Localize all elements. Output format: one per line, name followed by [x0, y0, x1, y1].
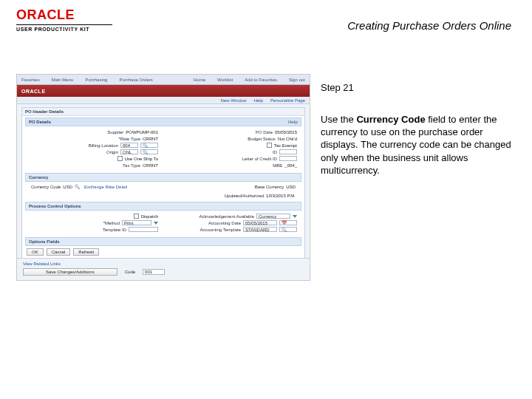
- checkbox-one-ship-to[interactable]: [117, 156, 123, 161]
- value-base-currency: USD: [286, 185, 296, 189]
- app-brand-bar: ORACLE: [17, 85, 310, 97]
- crumb[interactable]: Purchase Orders: [119, 78, 152, 82]
- nav-link[interactable]: Worklist: [217, 78, 233, 82]
- label-budget-status: Budget Status: [248, 137, 276, 141]
- label-supplier: Supplier: [107, 130, 123, 134]
- label-accounting-date: Accounting Date: [208, 221, 241, 225]
- process-control-grid: Dispatch *MethodPrint Template ID Acknow…: [22, 211, 304, 236]
- logo-rule: [16, 24, 112, 25]
- app-footer: View Related Links Save Changes/Addition…: [17, 258, 310, 280]
- label-ack-available: Acknowledgement Available: [199, 214, 254, 219]
- subnav-link[interactable]: Personalize Page: [270, 98, 305, 103]
- value-supplier: POWPUMP-001: [126, 130, 158, 134]
- link-exchange-rate[interactable]: Exchange Rate Detail: [84, 185, 127, 189]
- label-tax-exempt: Tax Exempt: [274, 143, 297, 148]
- po-header-panel: PO Header Details PO Details Help Suppli…: [21, 107, 305, 259]
- label-template-id: Template ID: [103, 228, 126, 232]
- label-mbe: MBE: [273, 163, 282, 168]
- input-loc-id[interactable]: [279, 156, 297, 161]
- label-base-currency: Base Currency: [255, 185, 284, 189]
- app-screenshot: Favorites Main Menu Purchasing Purchase …: [16, 74, 310, 281]
- label-dispatch: Dispatch: [141, 214, 158, 219]
- crumb[interactable]: Purchasing: [85, 78, 107, 82]
- breadcrumb-bar: Favorites Main Menu Purchasing Purchase …: [17, 75, 310, 85]
- label-po-date: PO Date: [256, 130, 273, 134]
- po-details-title: PO Details: [29, 120, 51, 124]
- value-mbe: _004_: [284, 163, 297, 168]
- value-tax-type: CRRNT: [143, 163, 158, 168]
- label-footer-code: Code: [125, 270, 135, 274]
- value-po-date: 05/05/2015: [275, 130, 297, 134]
- po-details-header: PO Details Help: [25, 117, 301, 126]
- nav-link[interactable]: Add to Favorites: [245, 78, 277, 82]
- input-template-id[interactable]: [129, 227, 158, 232]
- panel-title: PO Header Details: [22, 108, 304, 116]
- label-loc-id: Letter of Credit ID: [242, 157, 277, 161]
- calendar-icon[interactable]: 📅: [279, 220, 297, 225]
- value-rate-type: CRRNT: [143, 137, 158, 141]
- step-label: Step 21: [321, 81, 513, 94]
- options-fields-section: Options Fields: [25, 237, 301, 246]
- label-billing-loc: Billing Location: [89, 143, 118, 148]
- label-updated: Updated/Authorized: [225, 194, 264, 198]
- nav-link[interactable]: Sign out: [289, 78, 305, 82]
- value-updated: 1/03/2015 P.M.: [266, 194, 296, 198]
- refresh-button[interactable]: Refresh: [73, 248, 99, 256]
- lookup-icon[interactable]: 🔍: [140, 149, 158, 154]
- label-currency-code: Currency Code: [31, 185, 61, 189]
- select-ack-available[interactable]: Currency: [256, 214, 290, 219]
- input-currency-code[interactable]: USD: [63, 185, 72, 189]
- label-one-ship-to: Use One Ship To: [125, 157, 158, 161]
- select-method[interactable]: Print: [122, 220, 151, 225]
- label-tax-type: Tax Type: [123, 163, 140, 168]
- input-billing-loc[interactable]: 004: [120, 143, 138, 148]
- cancel-button[interactable]: Cancel: [47, 248, 71, 256]
- po-details-grid: SupplierPOWPUMP-001 *Rate TypeCRRNT Bill…: [22, 126, 304, 171]
- input-accounting-date[interactable]: 05/05/2015: [243, 220, 277, 225]
- instruction-column: Step 21 Use the Currency Code field to e…: [321, 81, 513, 177]
- crumb[interactable]: Favorites: [21, 78, 40, 82]
- logo-subtitle: USER PRODUCTIVITY KIT: [16, 27, 112, 32]
- label-origin: Origin: [106, 150, 118, 154]
- input-accounting-template[interactable]: STANDARD: [243, 227, 277, 232]
- currency-row-1: Currency CodeUSD🔍 Exchange Rate Detail B…: [22, 182, 304, 191]
- label-rate-type: *Rate Type: [118, 137, 140, 141]
- lookup-icon[interactable]: 🔍: [140, 143, 158, 148]
- input-origin[interactable]: ONL: [120, 149, 138, 154]
- instruction-text: Use the Currency Code field to enter the…: [321, 113, 513, 177]
- label-method: *Method: [103, 221, 120, 225]
- app-subnav: New Window Help Personalize Page: [17, 97, 310, 104]
- currency-row-2: Updated/Authorized1/03/2015 P.M.: [22, 191, 304, 200]
- subnav-link[interactable]: New Window: [221, 98, 247, 103]
- crumb[interactable]: Main Menu: [52, 78, 74, 82]
- process-control-section: Process Control Options: [25, 202, 301, 211]
- lookup-icon[interactable]: 🔍: [75, 184, 80, 189]
- chevron-down-icon[interactable]: [154, 222, 158, 225]
- chevron-down-icon[interactable]: [293, 215, 297, 218]
- slide-title: Creating Purchase Orders Online: [347, 19, 511, 32]
- nav-link[interactable]: Home: [194, 78, 205, 82]
- ok-button[interactable]: OK: [27, 248, 44, 256]
- save-changes-button[interactable]: Save Changes/Additions: [23, 268, 117, 276]
- subnav-link[interactable]: Help: [254, 98, 263, 103]
- app-brand: ORACLE: [21, 89, 46, 94]
- lookup-icon[interactable]: 🔍: [279, 227, 297, 232]
- checkbox-tax-exempt[interactable]: [267, 143, 272, 148]
- label-accounting-template: Accounting Template: [200, 228, 241, 232]
- logo-brand: ORACLE: [16, 7, 112, 23]
- view-related-links[interactable]: View Related Links: [23, 262, 304, 266]
- action-buttons: OK Cancel Refresh: [22, 246, 304, 258]
- checkbox-dispatch[interactable]: [134, 214, 139, 219]
- value-budget-status[interactable]: Not Chk'd: [278, 137, 297, 141]
- oracle-logo: ORACLE USER PRODUCTIVITY KIT: [16, 7, 112, 32]
- help-link[interactable]: Help: [288, 120, 298, 124]
- label-id: ID: [273, 150, 277, 154]
- currency-section: Currency: [25, 173, 301, 182]
- input-footer-code[interactable]: 001: [143, 269, 165, 275]
- input-id[interactable]: [279, 149, 297, 154]
